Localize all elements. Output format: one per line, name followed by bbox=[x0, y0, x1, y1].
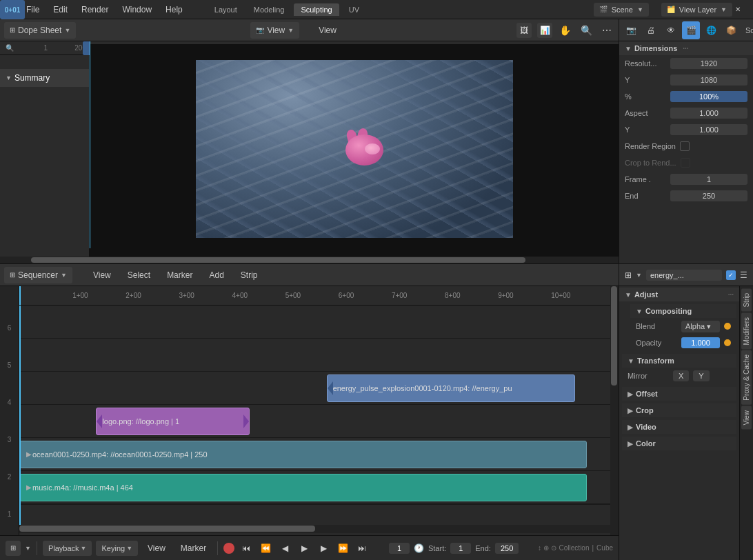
start-frame-input[interactable]: 1 bbox=[450, 543, 471, 554]
video-header[interactable]: ▶ Video bbox=[622, 420, 736, 434]
blend-dropdown[interactable]: Alpha ▾ bbox=[681, 321, 720, 332]
strip-type-icon[interactable]: ⊞ bbox=[625, 270, 632, 280]
menu-help[interactable]: Help bbox=[160, 3, 188, 16]
seq-scrollbar-v-thumb[interactable] bbox=[611, 286, 617, 386]
marker-btn[interactable]: Marker bbox=[175, 542, 212, 554]
preview-image-btn[interactable]: 🖼 bbox=[516, 23, 532, 38]
next-frame-btn[interactable]: ⏩ bbox=[335, 541, 350, 556]
preview-hand-tool[interactable]: ✋ bbox=[556, 25, 574, 36]
keying-dropdown[interactable]: Keying ▼ bbox=[96, 541, 138, 556]
seq-scrollbar-h[interactable] bbox=[19, 525, 610, 533]
tab-uv[interactable]: UV bbox=[342, 3, 366, 16]
seq-menu-marker[interactable]: Marker bbox=[161, 269, 198, 281]
seq-timeline-area[interactable]: 1+00 2+00 3+00 4+00 5+00 6+00 7+00 8+00 … bbox=[19, 286, 610, 535]
crop-checkbox[interactable] bbox=[681, 158, 690, 168]
view-btn[interactable]: View bbox=[142, 542, 171, 554]
prop-icon-render[interactable]: 📷 bbox=[622, 21, 640, 39]
crop-section-header[interactable]: ▶ Crop bbox=[622, 403, 736, 417]
jump-end-btn[interactable]: ⏭ bbox=[354, 541, 370, 556]
preview-render-btn[interactable]: 📊 bbox=[537, 23, 552, 38]
preview-more-options[interactable]: ⋯ bbox=[599, 25, 614, 36]
dope-scrollbar-thumb[interactable] bbox=[31, 257, 526, 263]
seq-scrollbar-thumb[interactable] bbox=[19, 526, 315, 532]
prev-keyframe-btn[interactable]: ◀ bbox=[277, 541, 292, 556]
scene-selector[interactable]: 🎬 Scene ▼ bbox=[594, 3, 649, 17]
tab-sculpting[interactable]: Sculpting bbox=[294, 3, 339, 16]
end-frame-input[interactable]: 250 bbox=[495, 543, 519, 554]
jump-start-btn[interactable]: ⏮ bbox=[239, 541, 254, 556]
prop-icon-scene[interactable]: 🎬 bbox=[682, 21, 700, 39]
sequencer-header: ⊞ Sequencer ▼ View Select Marker Add Str… bbox=[0, 264, 619, 286]
menu-window[interactable]: Window bbox=[117, 3, 157, 16]
view-layer-options[interactable]: ✕ bbox=[735, 6, 749, 13]
seq-menu-strip[interactable]: Strip bbox=[235, 269, 263, 281]
preview-zoom-tool[interactable]: 🔍 bbox=[578, 25, 595, 36]
bottom-editor-arrow[interactable]: ▼ bbox=[25, 545, 31, 552]
preview-view-menu[interactable]: View bbox=[313, 24, 342, 37]
preview-editor-type[interactable]: 📷 View ▼ bbox=[250, 22, 299, 39]
frame-start-input[interactable]: 1 bbox=[670, 174, 747, 185]
tab-modeling[interactable]: Modeling bbox=[247, 3, 292, 16]
strip-type-dropdown[interactable]: ▼ bbox=[636, 272, 642, 279]
current-frame-input[interactable]: 1 bbox=[389, 543, 410, 554]
menu-render[interactable]: Render bbox=[76, 3, 114, 16]
mirror-y-btn[interactable]: Y bbox=[693, 370, 709, 381]
view-layer-selector[interactable]: 🗂️ View Layer ▼ bbox=[661, 3, 732, 17]
aspect-x-input[interactable]: 1.000 bbox=[670, 108, 747, 119]
tab-view[interactable]: View bbox=[741, 406, 752, 430]
resolution-x-input[interactable]: 1920 bbox=[670, 58, 747, 69]
collection-label: Collection bbox=[559, 544, 590, 552]
seq-menu-add[interactable]: Add bbox=[203, 269, 229, 281]
strip-options-btn[interactable]: ☰ bbox=[740, 270, 747, 280]
tab-modifiers[interactable]: Modifiers bbox=[741, 313, 752, 350]
resolution-percent-input[interactable]: 100% bbox=[670, 91, 747, 102]
opacity-input[interactable]: 1.000 bbox=[681, 337, 720, 348]
strip-name-input[interactable]: energy_... bbox=[646, 270, 722, 281]
aspect-y-row: Y 1.000 bbox=[619, 121, 753, 138]
seq-menu-select[interactable]: Select bbox=[122, 269, 156, 281]
search-icon[interactable]: 🔍 bbox=[3, 44, 17, 52]
compositing-header[interactable]: ▼ Compositing bbox=[630, 304, 736, 318]
play-btn[interactable]: ▶ bbox=[297, 541, 312, 556]
music-strip[interactable]: ▶ music.m4a: //music.m4a | 464 bbox=[19, 474, 587, 501]
mirror-x-btn[interactable]: X bbox=[673, 370, 689, 381]
record-button[interactable] bbox=[223, 543, 234, 554]
next-keyframe-btn[interactable]: ▶ bbox=[316, 541, 331, 556]
logo-strip[interactable]: logo.png: //logo.png | 1 bbox=[96, 408, 250, 435]
blend-dot[interactable] bbox=[724, 323, 731, 330]
transform-header[interactable]: ▼ Transform bbox=[622, 354, 736, 368]
seq-scrollbar-v[interactable] bbox=[610, 286, 619, 535]
playback-dropdown[interactable]: Playback ▼ bbox=[43, 541, 92, 556]
dope-scrollbar[interactable] bbox=[0, 257, 619, 263]
prop-icon-object[interactable]: 📦 bbox=[722, 21, 740, 39]
adjust-header[interactable]: ▼ Adjust ··· bbox=[619, 288, 739, 301]
preview-image bbox=[196, 60, 513, 238]
render-region-checkbox[interactable] bbox=[680, 141, 690, 151]
prop-icon-view[interactable]: 👁 bbox=[662, 21, 680, 39]
dope-channel-summary[interactable]: ▼ Summary bbox=[0, 69, 89, 87]
sequencer-body: 0+01 6 5 4 3 2 1 1+00 2+00 3+0 bbox=[0, 286, 619, 535]
strip-visibility-checkbox[interactable]: ✓ bbox=[726, 270, 736, 280]
opacity-dot[interactable] bbox=[724, 339, 731, 346]
energy-pulse-strip[interactable]: energy_pulse_explosion0001-0120.mp4: //e… bbox=[327, 374, 575, 402]
seq-menu-view[interactable]: View bbox=[88, 269, 117, 281]
tab-layout[interactable]: Layout bbox=[208, 3, 244, 16]
offset-header[interactable]: ▶ Offset bbox=[622, 387, 736, 401]
dimensions-header[interactable]: ▼ Dimensions ··· bbox=[619, 41, 753, 55]
dope-editor-type[interactable]: ⊞ Dope Sheet ▼ bbox=[4, 22, 76, 39]
color-header[interactable]: ▶ Color bbox=[622, 437, 736, 450]
aspect-y-input[interactable]: 1.000 bbox=[670, 124, 747, 135]
resolution-y-input[interactable]: 1080 bbox=[670, 74, 747, 86]
time-display-icon[interactable]: 🕐 bbox=[414, 543, 424, 553]
ocean-strip[interactable]: ▶ ocean0001-0250.mp4: //ocean0001-0250.m… bbox=[19, 441, 587, 468]
prop-icon-world[interactable]: 🌐 bbox=[702, 21, 720, 39]
track-row-4: energy_pulse_explosion0001-0120.mp4: //e… bbox=[19, 372, 610, 405]
bottom-editor-type[interactable]: ⊞ bbox=[6, 541, 21, 556]
tab-proxy-cache[interactable]: Proxy & Cache bbox=[741, 350, 752, 405]
seq-editor-type[interactable]: ⊞ Sequencer ▼ bbox=[4, 267, 72, 283]
prev-frame-btn[interactable]: ⏪ bbox=[258, 541, 273, 556]
menu-edit[interactable]: Edit bbox=[48, 3, 73, 16]
frame-end-input[interactable]: 250 bbox=[670, 190, 747, 201]
prop-icon-output[interactable]: 🖨 bbox=[642, 21, 660, 39]
tab-strip[interactable]: Strip bbox=[741, 289, 752, 312]
